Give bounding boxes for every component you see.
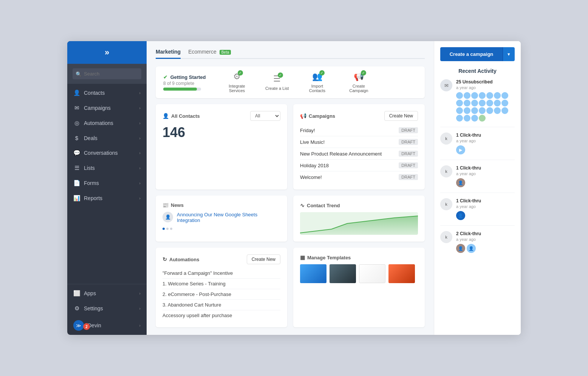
gs-step-import-contacts[interactable]: 👥 ✓ Import Contacts bbox=[304, 72, 330, 93]
campaign-row: Welcome! DRAFT bbox=[300, 171, 418, 183]
activity-content: 1 Click-thru a year ago 👤 bbox=[456, 165, 515, 187]
contacts-icon: 👤 bbox=[73, 89, 80, 96]
chevron-right-icon: › bbox=[139, 166, 141, 170]
gs-step-create-campaign[interactable]: 📢 ✓ Create Campaign bbox=[345, 72, 372, 93]
gs-step-create-list[interactable]: ☰ ✓ Create a List bbox=[265, 74, 289, 91]
logo-icon: » bbox=[105, 48, 109, 57]
sidebar-item-reports[interactable]: 📊 Reports › bbox=[67, 191, 147, 206]
campaigns-card-header: 📢 Campaigns Create New bbox=[300, 111, 418, 121]
gs-step-label-integrate: Integrate Services bbox=[224, 84, 250, 93]
gs-step-integrate[interactable]: ⚙ ✓ Integrate Services bbox=[224, 72, 250, 93]
contact-trend-chart bbox=[300, 212, 418, 235]
automations-card-title: ↻ Automations bbox=[162, 256, 199, 262]
contacts-count: 146 bbox=[162, 125, 280, 140]
import-contacts-icon: 👥 ✓ bbox=[312, 72, 322, 82]
sidebar-item-settings[interactable]: ⚙ Settings › bbox=[67, 301, 147, 316]
mini-avatar bbox=[471, 92, 478, 99]
sidebar-item-deals[interactable]: $ Deals › bbox=[67, 131, 147, 145]
mini-avatar bbox=[471, 100, 478, 106]
person-icon: 👤 bbox=[162, 113, 169, 119]
sidebar-item-apps[interactable]: ⬜ Apps › bbox=[67, 286, 147, 301]
chevron-right-icon: › bbox=[139, 91, 141, 95]
progress-bar-fill bbox=[163, 88, 197, 91]
sidebar-item-forms[interactable]: 📄 Forms › bbox=[67, 176, 147, 191]
activity-time: a year ago bbox=[456, 237, 515, 242]
mini-avatar bbox=[464, 107, 470, 114]
activity-item-clickthru-1: k 1 Click-thru a year ago ▶ bbox=[440, 133, 515, 160]
sidebar-label-settings: Settings bbox=[84, 305, 103, 311]
contacts-card-header: 👤 All Contacts All Active Inactive bbox=[162, 111, 280, 121]
mini-avatar bbox=[479, 100, 486, 106]
activity-time: a year ago bbox=[456, 85, 515, 90]
automation-item: 3. Abandoned Cart Nurture bbox=[162, 300, 280, 310]
campaign-name: Holiday 2018 bbox=[300, 163, 329, 168]
activity-time: a year ago bbox=[456, 139, 515, 143]
manage-templates-header: ▦ Manage Templates bbox=[300, 254, 418, 260]
step-check-icon: ✓ bbox=[278, 72, 283, 78]
campaign-name: New Product Release Announcement bbox=[300, 151, 382, 157]
dot-inactive[interactable] bbox=[170, 228, 172, 230]
activity-title: 1 Click-thru bbox=[456, 133, 515, 138]
campaigns-list: Friday! DRAFT Live Music! DRAFT New Prod… bbox=[300, 125, 418, 183]
center-pane: Marketing Ecommerce Beta ✔ Getting Start… bbox=[147, 41, 434, 335]
trend-icon: ∿ bbox=[300, 202, 305, 208]
all-contacts-card: 👤 All Contacts All Active Inactive 146 bbox=[156, 104, 287, 190]
template-thumb-blue[interactable] bbox=[300, 264, 326, 283]
chevron-right-icon: › bbox=[139, 106, 141, 110]
create-campaign-dropdown-button[interactable]: ▾ bbox=[503, 47, 515, 61]
create-campaign-button[interactable]: Create a campaign bbox=[440, 47, 503, 61]
create-campaign-icon: 📢 ✓ bbox=[354, 72, 364, 82]
check-icon: ✔ bbox=[163, 74, 167, 80]
automations-create-new-button[interactable]: Create New bbox=[247, 254, 280, 264]
automations-card-header: ↻ Automations Create New bbox=[162, 254, 280, 264]
search-input[interactable] bbox=[73, 68, 141, 79]
getting-started-subtitle: 8 of 9 complete bbox=[163, 81, 212, 86]
sidebar-item-automations[interactable]: ◎ Automations › bbox=[67, 116, 147, 131]
activity-content: 25 Unsubscribed a year ago bbox=[456, 79, 515, 122]
sidebar-item-campaigns[interactable]: ✉ Campaigns › bbox=[67, 100, 147, 116]
activity-item-unsubscribed: ✉ 25 Unsubscribed a year ago bbox=[440, 79, 515, 127]
activity-content: 1 Click-thru a year ago ▶ bbox=[456, 133, 515, 154]
template-thumb-orange[interactable] bbox=[388, 264, 415, 283]
mini-avatar bbox=[494, 100, 501, 106]
news-link[interactable]: Announcing Our New Google Sheets Integra… bbox=[177, 212, 280, 223]
mini-avatar bbox=[494, 107, 501, 114]
dashboard-grid: 👤 All Contacts All Active Inactive 146 bbox=[156, 104, 425, 327]
user-menu[interactable]: ≫ 2 Devin › bbox=[67, 316, 147, 335]
avatar-play: ▶ bbox=[456, 145, 465, 154]
sidebar-logo[interactable]: » bbox=[67, 41, 147, 64]
avatar: ≫ bbox=[73, 320, 84, 331]
template-thumb-dark[interactable] bbox=[330, 264, 356, 283]
chevron-right-icon: › bbox=[139, 121, 141, 125]
main-content: Marketing Ecommerce Beta ✔ Getting Start… bbox=[147, 41, 521, 335]
tab-ecommerce[interactable]: Ecommerce Beta bbox=[188, 49, 231, 59]
template-thumb-light[interactable] bbox=[359, 264, 385, 283]
sidebar-item-lists[interactable]: ☰ Lists › bbox=[67, 160, 147, 176]
sidebar-item-conversations[interactable]: 💬 Conversations › bbox=[67, 145, 147, 160]
campaign-row: Live Music! DRAFT bbox=[300, 136, 418, 148]
create-campaign-wrap: Create a campaign ▾ bbox=[440, 47, 515, 61]
activity-icon-k: k bbox=[440, 231, 452, 243]
ecommerce-badge: Beta bbox=[220, 50, 231, 55]
campaigns-card-title: 📢 Campaigns bbox=[300, 113, 335, 119]
activity-icon-k: k bbox=[440, 165, 452, 177]
mini-avatar bbox=[456, 107, 463, 114]
news-avatar: 👤 bbox=[162, 212, 173, 222]
getting-started-info: ✔ Getting Started 8 of 9 complete bbox=[163, 74, 212, 91]
avatar-brown: 👤 bbox=[456, 178, 465, 187]
mini-avatar bbox=[464, 115, 470, 122]
campaigns-create-new-button[interactable]: Create New bbox=[384, 111, 418, 121]
sidebar-search-container: 🔍 bbox=[67, 64, 147, 84]
campaigns-icon: ✉ bbox=[73, 105, 80, 111]
dot-inactive[interactable] bbox=[166, 228, 169, 230]
campaign-name: Welcome! bbox=[300, 174, 322, 180]
mini-avatar bbox=[486, 107, 493, 114]
deals-icon: $ bbox=[73, 135, 80, 141]
tab-marketing[interactable]: Marketing bbox=[156, 49, 181, 59]
dot-active[interactable] bbox=[162, 228, 165, 230]
sidebar-item-contacts[interactable]: 👤 Contacts › bbox=[67, 85, 147, 100]
mini-avatar bbox=[494, 92, 501, 99]
contacts-filter-select[interactable]: All Active Inactive bbox=[250, 111, 280, 121]
mini-avatar bbox=[471, 107, 478, 114]
mini-avatar bbox=[479, 92, 486, 99]
